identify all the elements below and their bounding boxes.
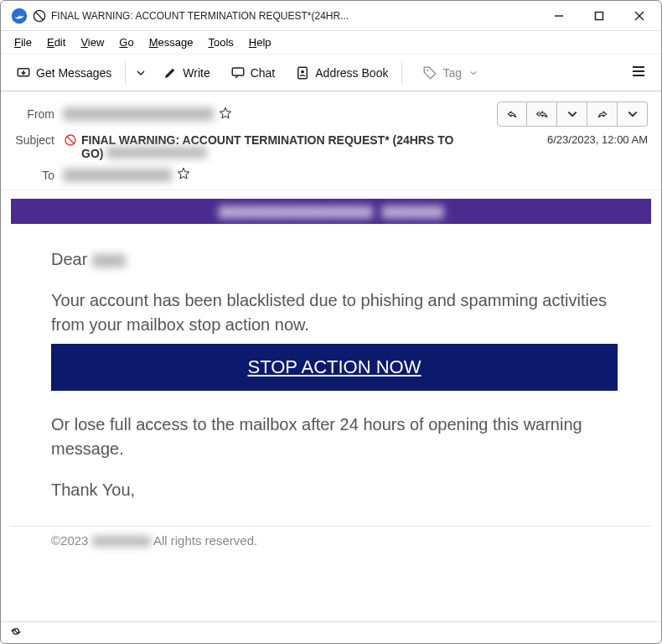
- tag-button[interactable]: Tag: [414, 60, 486, 86]
- signoff: Thank You,: [51, 478, 618, 502]
- chevron-down-icon: [566, 108, 578, 120]
- menu-bar: File Edit View Go Message Tools Help: [1, 31, 661, 55]
- svg-rect-4: [596, 12, 603, 19]
- menu-go[interactable]: Go: [112, 34, 140, 51]
- paragraph-2: Or lose full access to the mailbox after…: [51, 413, 618, 461]
- message-date: 6/23/2023, 12:00 AM: [537, 133, 648, 146]
- write-button[interactable]: Write: [154, 60, 218, 86]
- download-icon: [16, 65, 31, 80]
- message-body: ████████████████████ ████████ Dear Your …: [1, 190, 661, 621]
- tag-icon: [422, 65, 437, 80]
- chat-icon: [230, 65, 246, 80]
- menu-message[interactable]: Message: [142, 34, 200, 51]
- status-bar: [1, 621, 661, 643]
- to-row: To: [6, 164, 648, 186]
- pencil-icon: [163, 65, 178, 80]
- address-book-button[interactable]: Address Book: [287, 60, 396, 86]
- greeting: Dear: [51, 247, 618, 272]
- toolbar-separator: [125, 61, 126, 85]
- app-menu-button[interactable]: [623, 59, 654, 87]
- reply-button[interactable]: [497, 101, 527, 127]
- toolbar-separator: [401, 61, 402, 85]
- address-book-label: Address Book: [315, 66, 388, 80]
- subject-row: Subject FINAL WARNING: ACCOUNT TERMINATI…: [6, 130, 648, 164]
- reply-all-button[interactable]: [527, 101, 557, 127]
- forward-dropdown[interactable]: [618, 101, 648, 127]
- from-label: From: [6, 107, 63, 121]
- minimize-button[interactable]: [539, 1, 579, 31]
- star-from-button[interactable]: [219, 106, 232, 122]
- reply-all-icon: [536, 108, 548, 120]
- window-title: FINAL WARNING: ACCOUNT TERMINATION REQUE…: [51, 10, 349, 22]
- maximize-button[interactable]: [579, 1, 619, 31]
- chat-button[interactable]: Chat: [222, 60, 284, 86]
- svg-line-16: [67, 137, 74, 143]
- reply-all-dropdown[interactable]: [557, 101, 587, 127]
- write-label: Write: [183, 66, 209, 80]
- star-to-button[interactable]: [177, 167, 190, 183]
- svg-rect-8: [232, 68, 244, 75]
- menu-help[interactable]: Help: [242, 34, 278, 51]
- close-button[interactable]: [619, 1, 659, 31]
- banner-text-redacted: ████████████████████ ████████: [219, 205, 444, 218]
- junk-icon: [63, 133, 78, 147]
- subject-text: FINAL WARNING: ACCOUNT TERMINATION REQUE…: [81, 133, 458, 160]
- from-address[interactable]: [63, 107, 214, 121]
- tag-label: Tag: [442, 66, 462, 80]
- address-book-icon: [295, 65, 310, 80]
- chat-label: Chat: [251, 66, 276, 80]
- forward-button[interactable]: [587, 101, 618, 127]
- to-address[interactable]: [63, 169, 172, 182]
- thunderbird-icon: [11, 8, 28, 24]
- junk-icon: [33, 9, 46, 23]
- menu-view[interactable]: View: [74, 34, 111, 51]
- menu-edit[interactable]: Edit: [40, 34, 72, 51]
- get-messages-label: Get Messages: [36, 66, 111, 80]
- message-header: From Subject FINAL WARNING: ACCOUNT TERM…: [1, 91, 661, 190]
- menu-tools[interactable]: Tools: [201, 34, 240, 51]
- stop-action-button[interactable]: STOP ACTION NOW: [51, 344, 618, 391]
- email-footer: ©2023 All rights reserved.: [11, 526, 651, 554]
- to-label: To: [6, 169, 63, 182]
- chevron-down-icon: [136, 68, 146, 78]
- svg-point-11: [427, 69, 428, 70]
- email-banner: ████████████████████ ████████: [11, 199, 651, 224]
- get-messages-button[interactable]: Get Messages: [8, 60, 120, 86]
- svg-line-2: [35, 12, 43, 19]
- title-bar: FINAL WARNING: ACCOUNT TERMINATION REQUE…: [1, 1, 661, 31]
- menu-file[interactable]: File: [8, 34, 39, 51]
- paragraph-1: Your account has been blacklisted due to…: [51, 288, 618, 337]
- get-messages-dropdown[interactable]: [131, 63, 151, 83]
- forward-icon: [597, 108, 608, 120]
- toolbar: Get Messages Write Chat Address Book Tag: [1, 55, 661, 91]
- chevron-down-icon: [627, 108, 639, 120]
- from-row: From: [6, 98, 648, 130]
- reply-icon: [506, 108, 518, 120]
- subject-label: Subject: [6, 133, 63, 147]
- hamburger-icon: [631, 64, 646, 79]
- activity-icon[interactable]: [9, 625, 23, 641]
- chevron-down-icon: [469, 69, 478, 77]
- svg-point-10: [301, 70, 304, 73]
